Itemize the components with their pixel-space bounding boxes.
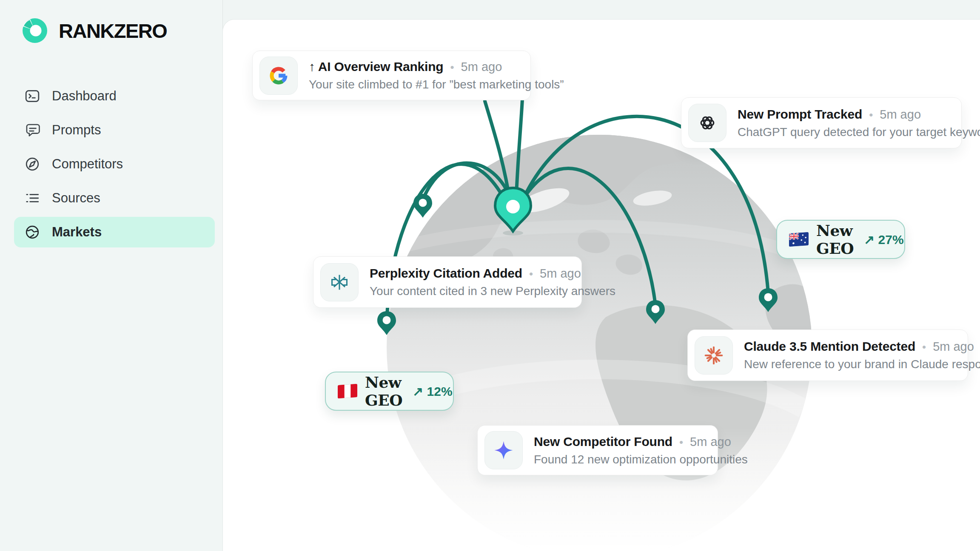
card-subtitle: ChatGPT query detected for your target k…	[738, 125, 950, 139]
peru-flag-icon	[338, 383, 357, 398]
claude-icon	[695, 336, 733, 375]
dot-separator: •	[450, 61, 454, 74]
dot-separator: •	[922, 341, 926, 354]
brand: RANKZERO	[21, 17, 167, 44]
geo-badge-change: ↗ 27%	[864, 232, 904, 247]
notification-card-claude[interactable]: Claude 3.5 Mention Detected • 5m ago New…	[687, 329, 968, 381]
sidebar-item-label: Prompts	[52, 122, 101, 138]
card-timestamp: 5m ago	[933, 340, 974, 354]
card-title: ↑ AI Overview Ranking	[309, 60, 443, 74]
card-subtitle: New reference to your brand in Claude re…	[744, 358, 957, 371]
card-title: New Prompt Tracked	[738, 107, 862, 122]
dot-separator: •	[679, 436, 683, 449]
sparkle-icon	[484, 431, 523, 469]
card-timestamp: 5m ago	[690, 435, 731, 449]
card-title: Claude 3.5 Mention Detected	[744, 339, 915, 354]
notification-card-new-competitor[interactable]: New Competitor Found • 5m ago Found 12 n…	[477, 425, 718, 475]
sidebar-item-competitors[interactable]: Competitors	[14, 149, 215, 179]
australia-flag-icon	[789, 232, 809, 247]
card-title: New Competitor Found	[534, 435, 672, 449]
sidebar-nav: Dashboard Prompts Competitors	[0, 77, 222, 251]
geo-badge-peru[interactable]: New GEO ↗ 12%	[325, 372, 454, 411]
notification-card-perplexity[interactable]: Perplexity Citation Added • 5m ago Your …	[313, 256, 582, 308]
card-subtitle: Your site climbed to #1 for ”best market…	[309, 78, 519, 91]
sidebar-item-label: Dashboard	[52, 88, 117, 104]
perplexity-icon	[320, 263, 359, 301]
card-title: Perplexity Citation Added	[370, 266, 522, 281]
dot-separator: •	[869, 108, 873, 122]
card-subtitle: Your content cited in 3 new Perplexity a…	[370, 284, 570, 298]
geo-badge-label: New GEO	[365, 373, 402, 409]
card-timestamp: 5m ago	[540, 267, 581, 281]
card-timestamp: 5m ago	[880, 108, 921, 122]
map-pin	[413, 194, 432, 218]
notification-card-ai-overview[interactable]: ↑ AI Overview Ranking • 5m ago Your site…	[252, 51, 531, 100]
sidebar-item-prompts[interactable]: Prompts	[14, 115, 215, 145]
compass-icon	[25, 156, 40, 172]
card-timestamp: 5m ago	[461, 60, 502, 74]
card-subtitle: Found 12 new optimization opportunities	[534, 453, 707, 466]
list-icon	[25, 190, 40, 206]
terminal-icon	[25, 88, 40, 104]
rankzero-logo-icon	[21, 17, 48, 44]
message-icon	[25, 122, 40, 138]
dot-separator: •	[529, 267, 533, 281]
rankzero-app: { "brand": { "name": "RANKZERO" }, "ui":…	[0, 0, 980, 551]
geo-badge-label: New GEO	[816, 222, 854, 257]
notification-card-new-prompt[interactable]: New Prompt Tracked • 5m ago ChatGPT quer…	[681, 97, 962, 148]
sidebar-item-markets[interactable]: Markets	[14, 217, 215, 247]
google-icon	[259, 57, 298, 95]
geo-badge-change: ↗ 12%	[413, 384, 453, 399]
brand-name: RANKZERO	[59, 19, 167, 43]
sidebar: RANKZERO Dashboard Prompts	[0, 0, 223, 551]
globe-icon	[25, 224, 40, 240]
main-panel: ↑ AI Overview Ranking • 5m ago Your site…	[222, 19, 980, 551]
sidebar-item-label: Competitors	[52, 156, 123, 172]
sidebar-item-sources[interactable]: Sources	[14, 183, 215, 213]
sidebar-item-label: Markets	[52, 224, 102, 240]
geo-badge-australia[interactable]: New GEO ↗ 27%	[776, 220, 905, 259]
sidebar-item-dashboard[interactable]: Dashboard	[14, 81, 215, 111]
sidebar-item-label: Sources	[52, 190, 100, 206]
openai-icon	[688, 104, 726, 142]
